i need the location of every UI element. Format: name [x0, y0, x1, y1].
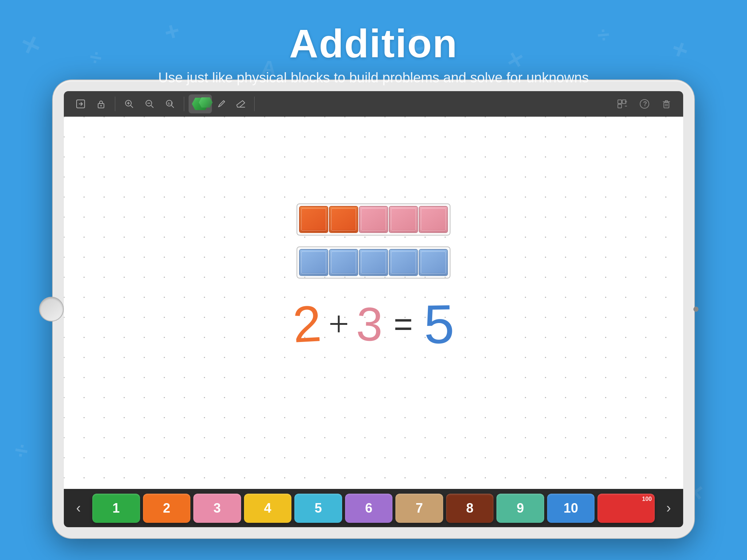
zoom-in-button[interactable]	[120, 94, 139, 113]
next-arrow[interactable]: ›	[658, 494, 680, 523]
page-subtitle: Use just like physical blocks to build p…	[0, 70, 747, 86]
tile-6[interactable]: 6	[345, 494, 393, 523]
ipad-side-button	[693, 307, 698, 312]
equation-num1: 2	[291, 298, 322, 350]
svg-rect-8	[618, 104, 622, 108]
toolbar-divider-3	[254, 97, 255, 111]
tile-100[interactable]: 100	[597, 494, 655, 523]
tile-9[interactable]: 9	[496, 494, 544, 523]
tile-9-label: 9	[517, 501, 524, 516]
tile-2[interactable]: 2	[143, 494, 191, 523]
equation: 2 + 3 = 5	[293, 297, 454, 351]
tile-7-label: 7	[415, 501, 423, 516]
equation-operator: +	[329, 306, 349, 342]
block-row-2[interactable]	[297, 246, 450, 279]
toolbar: 0.1	[64, 91, 683, 117]
toolbar-left-group	[71, 94, 111, 113]
tile-1-label: 1	[112, 501, 120, 516]
number-bar: ‹ 1 2 3 4 5 6 7 8	[64, 489, 683, 527]
block-blue-4[interactable]	[389, 249, 418, 276]
grid-button[interactable]	[613, 94, 632, 113]
tile-8[interactable]: 8	[446, 494, 494, 523]
tile-3-label: 3	[213, 501, 221, 516]
gem-icon	[191, 97, 210, 111]
tile-1[interactable]: 1	[92, 494, 140, 523]
header-section: Addition Use just like physical blocks t…	[0, 0, 747, 86]
block-row-1[interactable]	[297, 203, 450, 236]
svg-point-2	[100, 105, 102, 106]
canvas-area[interactable]: 2 + 3 = 5	[64, 117, 683, 489]
tile-100-superscript: 100	[642, 496, 652, 502]
tile-5[interactable]: 5	[294, 494, 342, 523]
block-blue-5[interactable]	[419, 249, 448, 276]
ipad-frame: 0.1	[53, 80, 694, 538]
tile-10[interactable]: 10	[547, 494, 595, 523]
page-title: Addition	[0, 20, 747, 66]
svg-rect-7	[618, 100, 622, 104]
block-pink-3[interactable]	[419, 206, 448, 233]
tile-4-label: 4	[264, 501, 271, 516]
svg-text:?: ?	[643, 100, 647, 108]
equation-num2: 3	[356, 300, 384, 348]
zoom-reset-button[interactable]: 0.1	[160, 94, 179, 113]
tile-6-label: 6	[365, 501, 372, 516]
block-orange-1[interactable]	[299, 206, 328, 233]
zoom-out-button[interactable]	[140, 94, 159, 113]
ipad-screen: 0.1	[64, 91, 683, 527]
math-content: 2 + 3 = 5	[64, 117, 683, 489]
help-button[interactable]: ?	[635, 94, 654, 113]
tile-10-label: 10	[564, 501, 578, 516]
tile-5-label: 5	[314, 501, 322, 516]
toolbar-right-group: ?	[613, 94, 676, 113]
tile-2-label: 2	[163, 501, 170, 516]
redo-button[interactable]	[71, 94, 90, 113]
equation-equals: =	[394, 308, 413, 341]
tile-7[interactable]: 7	[395, 494, 443, 523]
tile-4[interactable]: 4	[244, 494, 292, 523]
tile-8-label: 8	[466, 501, 473, 516]
pencil-button[interactable]	[212, 94, 231, 113]
block-blue-2[interactable]	[329, 249, 358, 276]
toolbar-divider-2	[184, 97, 184, 111]
delete-button[interactable]	[657, 94, 676, 113]
tile-3[interactable]: 3	[193, 494, 241, 523]
ipad-home-button[interactable]	[39, 297, 64, 322]
block-pink-1[interactable]	[359, 206, 388, 233]
svg-text:0.1: 0.1	[168, 102, 173, 105]
blocks-button[interactable]	[189, 94, 212, 113]
prev-arrow[interactable]: ‹	[67, 494, 89, 523]
block-orange-2[interactable]	[329, 206, 358, 233]
toolbar-divider-1	[115, 97, 115, 111]
equation-result: 5	[423, 296, 455, 351]
block-blue-3[interactable]	[359, 249, 388, 276]
eraser-button[interactable]	[231, 94, 250, 113]
block-blue-1[interactable]	[299, 249, 328, 276]
lock-button[interactable]	[92, 94, 111, 113]
toolbar-zoom-group: 0.1	[120, 94, 179, 113]
block-pink-2[interactable]	[389, 206, 418, 233]
